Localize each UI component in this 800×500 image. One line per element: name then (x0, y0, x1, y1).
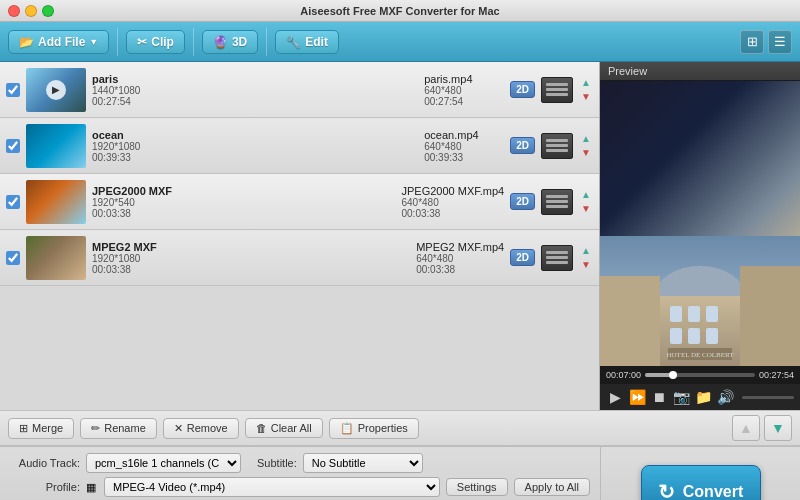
file-arrows-ocean: ▲ ▼ (579, 133, 593, 159)
minimize-button[interactable] (25, 5, 37, 17)
remove-button[interactable]: ✕ Remove (163, 418, 239, 439)
fast-forward-button[interactable]: ⏩ (628, 388, 646, 406)
maximize-button[interactable] (42, 5, 54, 17)
edit-button[interactable]: 🔧 Edit (275, 30, 339, 54)
settings-section: Audio Track: pcm_s16le 1 channels (C Sub… (0, 446, 800, 500)
svg-text:HOTEL DE COLBERT: HOTEL DE COLBERT (667, 351, 735, 359)
svg-rect-12 (740, 266, 800, 366)
toolbar: 📂 Add File ▼ ✂ Clip 🔮 3D 🔧 Edit ⊞ ☰ (0, 22, 800, 62)
window-title: Aiseesoft Free MXF Converter for Mac (300, 5, 499, 17)
grid-view-button[interactable]: ⊞ (740, 30, 764, 54)
window-controls[interactable] (8, 5, 54, 17)
remove-icon: ✕ (174, 422, 183, 435)
badge-2d-paris: 2D (510, 81, 535, 98)
stop-button[interactable]: ⏹ (650, 388, 668, 406)
format-badge-paris (541, 77, 573, 103)
merge-icon: ⊞ (19, 422, 28, 435)
file-checkbox-paris[interactable] (6, 83, 20, 97)
svg-rect-11 (600, 276, 660, 366)
svg-rect-3 (670, 306, 682, 322)
toolbar-separator-3 (266, 28, 267, 56)
badge-2d-ocean: 2D (510, 137, 535, 154)
preview-scene-svg: HOTEL DE COLBERT (600, 236, 800, 366)
audio-track-row: Audio Track: pcm_s16le 1 channels (C Sub… (10, 453, 590, 473)
rename-button[interactable]: ✏ Rename (80, 418, 157, 439)
file-out-name: JPEG2000 MXF.mp4 (401, 185, 504, 197)
preview-video: HOTEL DE COLBERT (600, 81, 800, 366)
close-button[interactable] (8, 5, 20, 17)
file-out-dims: 640*480 (424, 85, 504, 96)
arrow-down-jpeg-mxf[interactable]: ▼ (579, 203, 593, 215)
toolbar-separator (117, 28, 118, 56)
folder-button[interactable]: 📁 (694, 388, 712, 406)
arrow-up-paris[interactable]: ▲ (579, 77, 593, 89)
file-info-ocean: ocean 1920*1080 00:39:33 (92, 129, 418, 163)
merge-button[interactable]: ⊞ Merge (8, 418, 74, 439)
file-thumbnail-paris: ▶ (26, 68, 86, 112)
file-checkbox-ocean[interactable] (6, 139, 20, 153)
volume-slider[interactable] (742, 396, 794, 399)
file-duration: 00:39:33 (92, 152, 418, 163)
file-info-jpeg-mxf: JPEG2000 MXF 1920*540 00:03:38 (92, 185, 395, 219)
list-view-button[interactable]: ☰ (768, 30, 792, 54)
settings-button[interactable]: Settings (446, 478, 508, 496)
format-badge-jpeg-mxf (541, 189, 573, 215)
file-row: MPEG2 MXF 1920*1080 00:03:38 MPEG2 MXF.m… (0, 230, 599, 286)
preview-controls: ▶ ⏩ ⏹ 📷 📁 🔊 (600, 384, 800, 410)
toolbar-separator-2 (193, 28, 194, 56)
arrow-up-jpeg-mxf[interactable]: ▲ (579, 189, 593, 201)
apply-to-all-button[interactable]: Apply to All (514, 478, 590, 496)
file-row: ▶ paris 1440*1080 00:27:54 paris.mp4 640… (0, 62, 599, 118)
file-arrows-mpeg2-mxf: ▲ ▼ (579, 245, 593, 271)
file-name: MPEG2 MXF (92, 241, 410, 253)
move-up-button[interactable]: ▲ (732, 415, 760, 441)
bottom-content: Audio Track: pcm_s16le 1 channels (C Sub… (0, 447, 800, 500)
file-arrows-jpeg-mxf: ▲ ▼ (579, 189, 593, 215)
time-knob (669, 371, 677, 379)
rename-icon: ✏ (91, 422, 100, 435)
arrow-up-mpeg2-mxf[interactable]: ▲ (579, 245, 593, 257)
arrow-up-ocean[interactable]: ▲ (579, 133, 593, 145)
properties-button[interactable]: 📋 Properties (329, 418, 419, 439)
file-thumbnail-ocean (26, 124, 86, 168)
file-checkbox-jpeg-mxf[interactable] (6, 195, 20, 209)
profile-select[interactable]: MPEG-4 Video (*.mp4) (104, 477, 440, 497)
snapshot-button[interactable]: 📷 (672, 388, 690, 406)
clear-icon: 🗑 (256, 422, 267, 434)
arrow-down-mpeg2-mxf[interactable]: ▼ (579, 259, 593, 271)
preview-label: Preview (600, 62, 800, 81)
clip-button[interactable]: ✂ Clip (126, 30, 185, 54)
move-down-button[interactable]: ▼ (764, 415, 792, 441)
audio-track-select[interactable]: pcm_s16le 1 channels (C (86, 453, 241, 473)
file-out-info-ocean: ocean.mp4 640*480 00:39:33 (424, 129, 504, 163)
clip-icon: ✂ (137, 35, 147, 49)
file-info-mpeg2-mxf: MPEG2 MXF 1920*1080 00:03:38 (92, 241, 410, 275)
badge-2d-mpeg2-mxf: 2D (510, 249, 535, 266)
file-out-dims: 640*480 (416, 253, 504, 264)
arrow-down-paris[interactable]: ▼ (579, 91, 593, 103)
subtitle-select[interactable]: No Subtitle (303, 453, 423, 473)
file-checkbox-mpeg2-mxf[interactable] (6, 251, 20, 265)
play-overlay[interactable]: ▶ (46, 80, 66, 100)
add-file-button[interactable]: 📂 Add File ▼ (8, 30, 109, 54)
file-out-info-jpeg-mxf: JPEG2000 MXF.mp4 640*480 00:03:38 (401, 185, 504, 219)
profile-label: Profile: (10, 481, 80, 493)
svg-rect-5 (706, 306, 718, 322)
edit-icon: 🔧 (286, 35, 301, 49)
profile-row: Profile: ▦ MPEG-4 Video (*.mp4) Settings… (10, 477, 590, 497)
file-out-name: paris.mp4 (424, 73, 504, 85)
format-badge-mpeg2-mxf (541, 245, 573, 271)
clear-all-button[interactable]: 🗑 Clear All (245, 418, 323, 438)
time-slider[interactable] (645, 373, 755, 377)
convert-button[interactable]: ↻ Convert (641, 465, 761, 501)
file-duration: 00:03:38 (92, 208, 395, 219)
file-arrows-paris: ▲ ▼ (579, 77, 593, 103)
file-dims: 1920*1080 (92, 141, 418, 152)
file-out-dur: 00:39:33 (424, 152, 504, 163)
volume-icon: 🔊 (716, 388, 734, 406)
preview-area: Preview (600, 62, 800, 410)
3d-button[interactable]: 🔮 3D (202, 30, 258, 54)
arrow-down-ocean[interactable]: ▼ (579, 147, 593, 159)
play-button[interactable]: ▶ (606, 388, 624, 406)
file-row: ocean 1920*1080 00:39:33 ocean.mp4 640*4… (0, 118, 599, 174)
